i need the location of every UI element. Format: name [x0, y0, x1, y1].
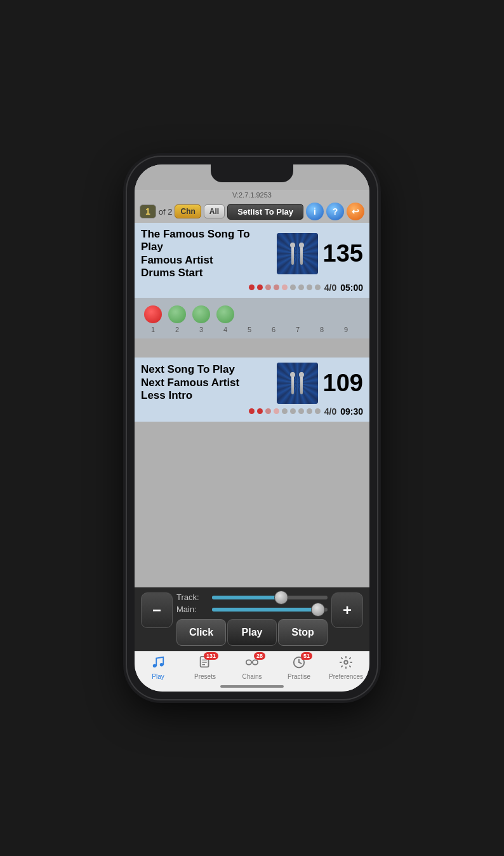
next-song-artist: Next Famous Artist — [141, 377, 272, 389]
dot-6 — [290, 284, 296, 290]
version-bar: V:2.7.1.9253 — [135, 190, 369, 200]
drumstick-right — [300, 243, 303, 265]
main-row: Main: — [176, 605, 328, 614]
beat-label-4: 4 — [223, 326, 227, 333]
practise-badge: 51 — [301, 652, 312, 660]
transport-buttons: Click Play Stop — [176, 619, 328, 646]
next-song-cue: Less Intro — [141, 389, 272, 402]
svg-rect-6 — [246, 660, 251, 664]
beat-circle-2 — [168, 305, 186, 323]
chn-button[interactable]: Chn — [175, 204, 201, 218]
dot-4 — [274, 284, 279, 290]
tab-chains-label: Chains — [242, 673, 262, 680]
drumstick-left — [291, 243, 294, 265]
next-dot-9 — [315, 408, 321, 414]
beat-circle-9 — [337, 305, 355, 323]
current-song-dots — [249, 284, 321, 290]
song-number-badge[interactable]: 1 — [140, 204, 156, 218]
beat-circle-4 — [216, 305, 234, 323]
beat-1: 1 — [141, 305, 165, 333]
current-song-artist: Famous Artist — [141, 254, 272, 267]
svg-point-13 — [344, 660, 348, 664]
help-button[interactable]: ? — [326, 203, 344, 220]
setlist-button[interactable]: Setlist To Play — [227, 204, 303, 220]
play-button[interactable]: Play — [227, 619, 277, 646]
tab-preferences[interactable]: Preferences — [322, 655, 369, 680]
back-icon: ↩ — [352, 206, 359, 217]
tab-presets-icon-wrap: 131 — [198, 655, 212, 672]
stop-button[interactable]: Stop — [278, 619, 328, 646]
drumsticks-icon — [291, 243, 303, 265]
beat-label-1: 1 — [151, 326, 155, 333]
tab-presets[interactable]: 131 Presets — [182, 655, 229, 680]
tab-practise-icon-wrap: 51 — [292, 655, 306, 672]
next-dot-2 — [257, 408, 263, 414]
main-slider[interactable] — [212, 608, 328, 612]
beat-6: 6 — [262, 305, 286, 333]
next-dot-1 — [249, 408, 255, 414]
current-song-info: The Famous Song To Play Famous Artist Dr… — [141, 228, 272, 280]
music-note-icon — [151, 655, 165, 669]
next-song-title: Next Song To Play — [141, 363, 272, 376]
dot-7 — [298, 284, 304, 290]
tab-chains-icon-wrap: 28 — [245, 655, 259, 672]
next-dot-3 — [265, 408, 271, 414]
beat-circle-3 — [192, 305, 210, 323]
tab-play[interactable]: Play — [135, 655, 182, 680]
beat-circle-8 — [313, 305, 331, 323]
next-song-info: Next Song To Play Next Famous Artist Les… — [141, 363, 272, 402]
main-slider-fill — [212, 608, 318, 612]
current-song-timesig: 4/0 — [324, 283, 336, 293]
beat-label-2: 2 — [175, 326, 179, 333]
empty-area-1 — [135, 338, 369, 358]
help-icon: ? — [333, 206, 338, 217]
beat-2: 2 — [165, 305, 189, 333]
sliders-area: Track: Main: — [176, 592, 328, 646]
track-slider-thumb[interactable] — [274, 591, 288, 605]
chains-badge: 28 — [254, 652, 265, 660]
all-button[interactable]: All — [204, 204, 225, 218]
beat-label-8: 8 — [320, 326, 324, 333]
main-slider-thumb[interactable] — [311, 603, 325, 617]
tab-preferences-label: Preferences — [329, 673, 363, 680]
next-drumsticks-icon — [291, 372, 303, 394]
back-button[interactable]: ↩ — [347, 203, 364, 220]
minus-button[interactable]: − — [141, 592, 173, 628]
tab-practise[interactable]: 51 Practise — [275, 655, 322, 680]
svg-point-1 — [160, 663, 164, 667]
next-song-dots — [249, 408, 321, 414]
notch — [211, 164, 293, 182]
next-drumstick-left — [291, 372, 294, 394]
next-song-album-art — [277, 363, 318, 404]
next-song-meta: 4/0 09:30 — [141, 406, 363, 417]
beat-circle-5 — [241, 305, 258, 323]
plus-button[interactable]: + — [331, 592, 363, 628]
home-indicator — [135, 683, 369, 692]
beat-circle-1 — [144, 305, 162, 323]
track-slider-fill — [212, 596, 281, 599]
top-controls: 1 of 2 Chn All Setlist To Play i ? ↩ — [135, 200, 369, 223]
dot-3 — [265, 284, 271, 290]
next-dot-8 — [307, 408, 312, 414]
next-song-card: Next Song To Play Next Famous Artist Les… — [135, 358, 369, 422]
current-song-bpm: 135 — [323, 240, 363, 267]
beat-circle-7 — [289, 305, 307, 323]
click-button[interactable]: Click — [176, 619, 226, 646]
song-total-text: of 2 — [159, 207, 173, 217]
current-song-card: The Famous Song To Play Famous Artist Dr… — [135, 223, 369, 298]
home-bar — [220, 685, 284, 688]
svg-point-0 — [153, 664, 157, 668]
tab-play-label: Play — [152, 673, 164, 680]
current-song-duration: 05:00 — [340, 283, 363, 293]
phone-frame: V:2.7.1.9253 1 of 2 Chn All Setlist To P… — [127, 157, 377, 699]
info-button[interactable]: i — [306, 203, 324, 220]
tab-chains[interactable]: 28 Chains — [229, 655, 275, 680]
dot-8 — [307, 284, 312, 290]
tab-presets-label: Presets — [194, 673, 216, 680]
beat-5: 5 — [237, 305, 262, 333]
track-slider[interactable] — [212, 596, 328, 599]
next-song-duration: 09:30 — [340, 406, 363, 417]
beat-indicator-area: 1 2 3 4 5 — [135, 298, 369, 338]
version-text: V:2.7.1.9253 — [232, 191, 272, 199]
beat-circle-6 — [265, 305, 282, 323]
